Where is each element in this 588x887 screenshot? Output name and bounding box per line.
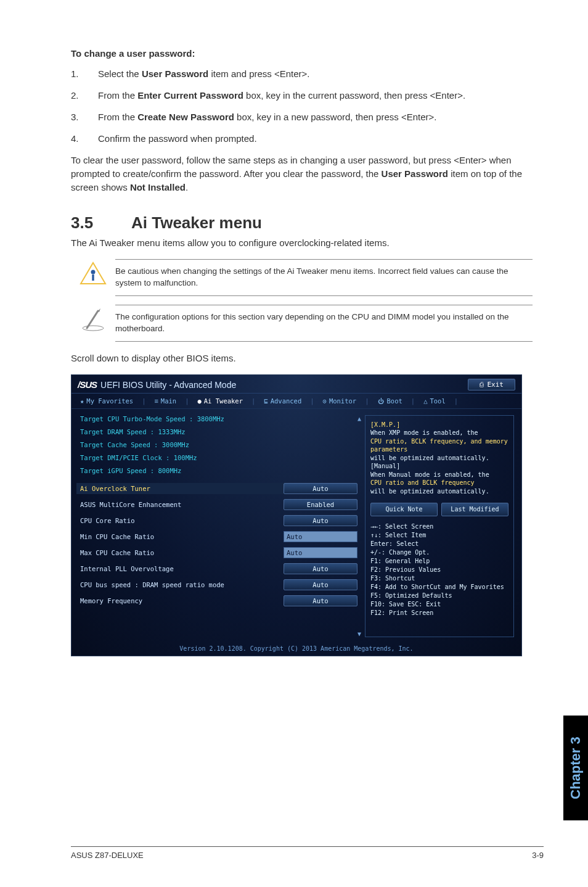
setting-label: Min CPU Cache Ratio	[80, 533, 284, 540]
bios-version: Version 2.10.1208. Copyright (C) 2013 Am…	[71, 643, 521, 656]
step-3: 3. From the Create New Password box, key…	[71, 110, 533, 123]
tab-label: Ai Tweaker	[204, 397, 243, 405]
bios-help-panel: [X.M.P.] When XMP mode is enabled, the C…	[365, 415, 514, 637]
target-dram-speed: Target DRAM Speed : 1333MHz	[80, 428, 357, 435]
step-num: 1.	[71, 67, 98, 80]
chapter-sidebar-tab: Chapter 3	[563, 716, 588, 820]
exit-icon: ⎙	[480, 381, 484, 389]
step-text: Confirm the password when prompted.	[98, 132, 533, 145]
step-num: 4.	[71, 132, 98, 145]
svg-rect-1	[92, 274, 94, 281]
setting-label: Ai Overclock Tuner	[80, 485, 284, 492]
setting-ai-overclock-tuner[interactable]: Ai Overclock Tuner Auto	[76, 483, 357, 494]
section-subtext: The Ai Tweaker menu items allow you to c…	[71, 237, 533, 248]
key-hint: F2: Previous Values	[370, 566, 508, 574]
help-line: When XMP mode is enabled, the	[370, 429, 508, 437]
last-modified-button[interactable]: Last Modified	[441, 503, 508, 516]
warning-text: Be cautious when changing the settings o…	[115, 259, 533, 296]
section-heading: 3.5Ai Tweaker menu	[71, 213, 533, 233]
setting-label: Max CPU Cache Ratio	[80, 549, 284, 556]
text-fragment: From the	[98, 90, 137, 101]
advanced-icon: ⊑	[264, 397, 267, 405]
tab-label: Boot	[387, 397, 402, 405]
tab-my-favorites[interactable]: ★My Favorites	[80, 397, 133, 405]
step-num: 2.	[71, 89, 98, 102]
help-line: CPU ratio and BCLK frequency	[370, 479, 508, 487]
target-dmi-pcie: Target DMI/PCIE Clock : 100MHz	[80, 454, 357, 461]
text-fragment: box, key in the current password, then p…	[243, 90, 465, 101]
list-icon: ≡	[155, 397, 158, 405]
help-keys: →←: Select Screen ↑↓: Select Item Enter:…	[370, 522, 508, 617]
setting-label: CPU Core Ratio	[80, 517, 284, 524]
chapter-label: Chapter 3	[568, 736, 584, 799]
warning-callout: Be cautious when changing the settings o…	[71, 259, 533, 296]
tab-boot[interactable]: ⏻Boot	[378, 397, 402, 405]
setting-value-input[interactable]: Auto	[284, 531, 357, 542]
setting-value-dropdown[interactable]: Auto	[284, 579, 357, 590]
quick-note-button[interactable]: Quick Note	[370, 503, 438, 516]
key-hint: F4: Add to ShortCut and My Favorites	[370, 583, 508, 592]
exit-button[interactable]: ⎙ Exit	[468, 379, 516, 390]
svg-point-2	[83, 326, 104, 331]
setting-multicore-enhancement[interactable]: ASUS MultiCore Enhancement Enabled	[80, 499, 357, 510]
footer-product: ASUS Z87-DELUXE	[71, 851, 144, 860]
help-heading: [X.M.P.]	[370, 421, 508, 429]
key-hint: F1: General Help	[370, 557, 508, 566]
asus-logo: /SUS	[78, 379, 97, 390]
tab-label: Advanced	[271, 397, 302, 405]
bios-screenshot: /SUS UEFI BIOS Utility - Advanced Mode ⎙…	[71, 374, 522, 656]
setting-value-dropdown[interactable]: Auto	[284, 483, 357, 494]
warning-icon	[71, 259, 115, 285]
help-line: will be optimized automatically.	[370, 487, 508, 496]
help-line: When Manual mode is enabled, the	[370, 471, 508, 479]
text-bold: Not Installed	[130, 182, 186, 192]
setting-value-dropdown[interactable]: Auto	[284, 515, 357, 526]
key-hint: F10: Save ESC: Exit	[370, 600, 508, 609]
setting-internal-pll-overvoltage[interactable]: Internal PLL Overvoltage Auto	[80, 563, 357, 574]
tab-tool[interactable]: △Tool	[423, 397, 446, 405]
setting-value-input[interactable]: Auto	[284, 547, 357, 558]
step-1: 1. Select the User Password item and pre…	[71, 67, 533, 80]
power-icon: ⏻	[378, 397, 385, 405]
scroll-down-icon[interactable]: ▼	[357, 630, 361, 637]
help-line: will be optimized automatically.	[370, 454, 508, 463]
setting-cpu-core-ratio[interactable]: CPU Core Ratio Auto	[80, 515, 357, 526]
tab-main[interactable]: ≡Main	[155, 397, 177, 405]
setting-value-dropdown[interactable]: Enabled	[284, 499, 357, 510]
step-2: 2. From the Enter Current Password box, …	[71, 89, 533, 102]
scroll-hint: Scroll down to display other BIOS items.	[71, 353, 533, 363]
key-hint: ↑↓: Select Item	[370, 531, 508, 540]
text-bold: Enter Current Password	[137, 90, 243, 101]
tab-label: Monitor	[329, 397, 356, 405]
key-hint: Enter: Select	[370, 540, 508, 548]
step-text: From the Enter Current Password box, key…	[98, 89, 533, 102]
setting-cpu-dram-ratio-mode[interactable]: CPU bus speed : DRAM speed ratio mode Au…	[80, 579, 357, 590]
step-4: 4. Confirm the password when prompted.	[71, 132, 533, 145]
tab-monitor[interactable]: ⊙Monitor	[323, 397, 357, 405]
setting-label: Internal PLL Overvoltage	[80, 565, 284, 572]
key-hint: F5: Optimized Defaults	[370, 592, 508, 600]
text-bold: User Password	[382, 168, 448, 179]
setting-min-cpu-cache-ratio[interactable]: Min CPU Cache Ratio Auto	[80, 531, 357, 542]
tab-ai-tweaker[interactable]: ●Ai Tweaker	[197, 397, 243, 405]
tweaker-icon: ●	[197, 397, 201, 405]
tab-label: Main	[161, 397, 176, 405]
note-icon	[71, 305, 115, 332]
key-hint: →←: Select Screen	[370, 522, 508, 531]
bios-title: UEFI BIOS Utility - Advanced Mode	[100, 380, 236, 390]
scroll-up-icon[interactable]: ▲	[357, 415, 361, 422]
text-bold: Create New Password	[137, 112, 234, 122]
tab-label: My Favorites	[86, 397, 133, 405]
section-number: 3.5	[71, 213, 131, 233]
key-hint: +/-: Change Opt.	[370, 548, 508, 557]
text-bold: User Password	[142, 68, 208, 79]
text-fragment: box, key in a new password, then press <…	[234, 112, 437, 122]
setting-value-dropdown[interactable]: Auto	[284, 595, 357, 606]
tab-advanced[interactable]: ⊑Advanced	[264, 397, 301, 405]
setting-value-dropdown[interactable]: Auto	[284, 563, 357, 574]
setting-max-cpu-cache-ratio[interactable]: Max CPU Cache Ratio Auto	[80, 547, 357, 558]
monitor-icon: ⊙	[323, 397, 327, 405]
text-fragment: item and press <Enter>.	[208, 68, 309, 79]
setting-memory-frequency[interactable]: Memory Frequency Auto	[80, 595, 357, 606]
footer-page-number: 3-9	[532, 851, 544, 860]
